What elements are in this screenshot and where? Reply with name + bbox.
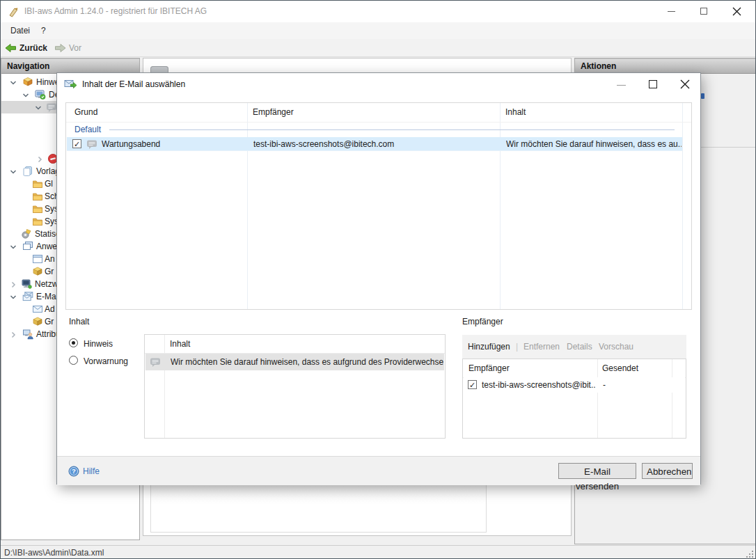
close-icon (721, 1, 753, 22)
chevron-right-icon[interactable] (10, 281, 17, 288)
hinzufuegen-button[interactable]: Hinzufügen (468, 335, 510, 359)
folder-icon (32, 203, 43, 214)
toolbar-separator: | (516, 335, 518, 359)
gesendet-column-header[interactable]: Gesendet (602, 359, 638, 377)
chevron-down-icon[interactable] (10, 168, 17, 175)
windows-icon (22, 241, 33, 252)
minimize-button[interactable] (656, 1, 687, 22)
email-select-dialog: Inhalt der E-Mail auswählen Grund Empfän… (56, 72, 701, 485)
details-button: Details (567, 335, 592, 359)
menu-datei[interactable]: Datei (6, 22, 34, 39)
cell-inhalt: Wir möchten Sie darauf hinweisen, dass e… (506, 137, 682, 151)
empfaenger-row[interactable]: ✓ test-ibi-aws-screenshots@ibit... - (464, 377, 685, 393)
app-window: IBI-aws Admin 1.24.0 - registriert für I… (0, 0, 756, 559)
network-icon (21, 278, 32, 290)
folder-icon (32, 191, 43, 202)
title-bar: IBI-aws Admin 1.24.0 - registriert für I… (1, 1, 755, 22)
email-row-wartungsabend[interactable]: ✓ Wartungsabend test-ibi-aws-screenshots… (67, 137, 682, 151)
mail-multi-icon (22, 291, 33, 302)
status-file-path: D:\IBI-aws\Admin\Data.xml (4, 546, 104, 559)
envelope-icon (32, 304, 43, 315)
folder-icon (32, 216, 43, 227)
inhalt-row-text: Wir möchten Sie darauf hinweisen, dass e… (171, 354, 443, 370)
action-link-fragment (701, 93, 704, 99)
chevron-down-icon[interactable] (10, 294, 17, 301)
folder-icon (32, 178, 43, 189)
empfaenger-column-header[interactable]: Empfänger (468, 359, 510, 377)
dialog-minimize-button[interactable] (611, 76, 632, 93)
nav-toolbar: Zurück Vor (1, 39, 755, 57)
email-grid: Grund Empfänger Inhalt Default ✓ Wartung… (65, 102, 692, 310)
inhalt-row[interactable]: Wir möchten Sie darauf hinweisen, dass e… (145, 354, 444, 370)
package-icon (32, 266, 43, 277)
message-icon (46, 102, 57, 113)
mail-send-icon (64, 78, 77, 90)
empfaenger-section-label: Empfänger (462, 317, 503, 326)
empfaenger-table: Empfänger Gesendet ✓ test-ibi-aws-screen… (462, 359, 686, 439)
cell-empfaenger: test-ibi-aws-screenshots@ibitech.com (253, 137, 494, 151)
back-button[interactable]: Zurück (5, 39, 47, 57)
dialog-maximize-button[interactable] (643, 76, 664, 93)
user-computer-icon (22, 329, 33, 340)
close-button[interactable] (721, 1, 753, 22)
message-icon (150, 356, 161, 368)
inhalt-table: Inhalt Wir möchten Sie darauf hinweisen,… (144, 334, 446, 439)
status-bar: D:\IBI-aws\Admin\Data.xml (1, 545, 755, 559)
message-icon (86, 139, 97, 150)
vorschau-button: Vorschau (599, 335, 633, 359)
column-header-inhalt[interactable]: Inhalt (505, 103, 526, 122)
empfaenger-toolbar: Hinzufügen | Entfernen Details Vorschau (462, 335, 686, 359)
chevron-down-icon[interactable] (10, 79, 17, 86)
chevron-down-icon[interactable] (10, 244, 17, 251)
radio-hinweis[interactable] (69, 338, 78, 347)
dialog-title: Inhalt der E-Mail auswählen (82, 73, 185, 95)
back-arrow-icon (5, 43, 17, 53)
inhalt-section-label: Inhalt (69, 317, 89, 326)
forward-button: Vor (54, 39, 81, 57)
help-icon[interactable]: ? (68, 466, 79, 477)
forward-arrow-icon (54, 43, 66, 53)
chevron-down-icon[interactable] (22, 92, 29, 99)
actions-header: Aktionen (575, 58, 756, 74)
chevron-down-icon[interactable] (35, 104, 42, 111)
cell-grund: Wartungsabend (102, 137, 241, 151)
chevron-right-icon[interactable] (10, 331, 17, 338)
help-link[interactable]: Hilfe (83, 457, 100, 486)
notice-box-icon (22, 77, 33, 88)
entfernen-button: Entfernen (523, 335, 560, 359)
menu-bar: Datei ? (1, 22, 755, 39)
package-icon (32, 316, 43, 327)
window-title: IBI-aws Admin 1.24.0 - registriert für I… (24, 1, 207, 22)
column-header-grund[interactable]: Grund (74, 103, 97, 122)
dialog-close-button[interactable] (675, 76, 695, 93)
chevron-right-icon[interactable] (36, 156, 43, 163)
inhalt-column-header[interactable]: Inhalt (170, 335, 190, 353)
gear-icon (21, 228, 32, 239)
monitor-check-icon (35, 89, 46, 100)
row-checkbox[interactable]: ✓ (468, 380, 477, 389)
resize-grip[interactable] (746, 551, 753, 558)
close-icon (675, 76, 695, 93)
maximize-button[interactable] (688, 1, 720, 22)
window-icon (32, 253, 43, 265)
column-header-empfaenger[interactable]: Empfänger (253, 103, 294, 122)
menu-help[interactable]: ? (37, 22, 50, 39)
templates-icon (22, 166, 33, 177)
radio-hinweis-label[interactable]: Hinweis (84, 339, 113, 349)
group-row-default[interactable]: Default (66, 122, 691, 137)
radio-vorwarnung-label[interactable]: Vorwarnung (84, 356, 128, 366)
navigation-header: Navigation (1, 58, 139, 74)
dialog-footer: ? Hilfe E-Mail versenden Abbrechen (57, 456, 700, 485)
radio-vorwarnung[interactable] (69, 356, 78, 365)
svg-text:?: ? (72, 467, 76, 475)
dialog-title-bar: Inhalt der E-Mail auswählen (57, 73, 700, 95)
cancel-button[interactable]: Abbrechen (642, 463, 693, 479)
send-email-button[interactable]: E-Mail versenden (558, 463, 636, 479)
empfaenger-row-address: test-ibi-aws-screenshots@ibit... (482, 377, 596, 393)
app-icon (7, 6, 19, 18)
empfaenger-row-gesendet: - (603, 377, 666, 393)
row-checkbox[interactable]: ✓ (72, 139, 81, 148)
